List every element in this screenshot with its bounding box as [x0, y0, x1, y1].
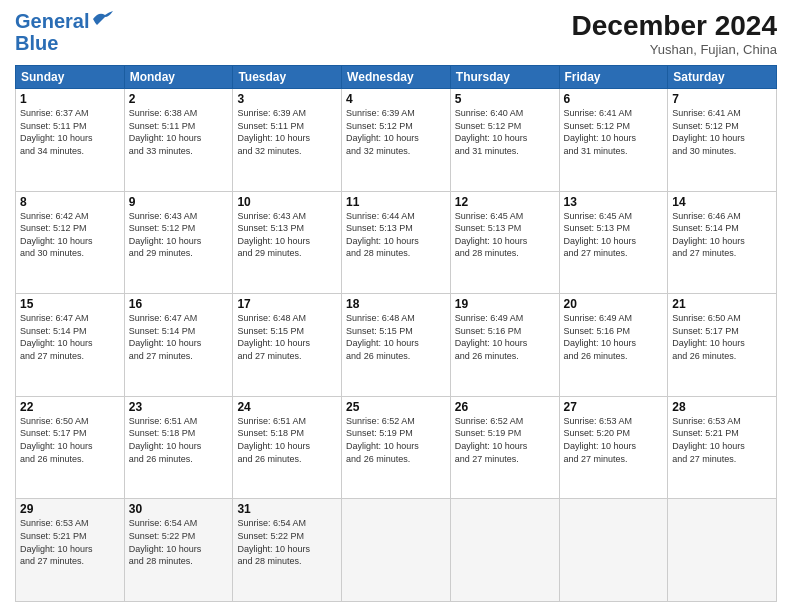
table-row-empty: [342, 499, 451, 602]
table-row: 27 Sunrise: 6:53 AMSunset: 5:20 PMDaylig…: [559, 396, 668, 499]
logo-general: General: [15, 10, 89, 32]
table-row: 7 Sunrise: 6:41 AMSunset: 5:12 PMDayligh…: [668, 89, 777, 192]
week-row-2: 8 Sunrise: 6:42 AMSunset: 5:12 PMDayligh…: [16, 191, 777, 294]
table-row: 10 Sunrise: 6:43 AMSunset: 5:13 PMDaylig…: [233, 191, 342, 294]
table-row: 23 Sunrise: 6:51 AMSunset: 5:18 PMDaylig…: [124, 396, 233, 499]
col-sunday: Sunday: [16, 66, 125, 89]
table-row: 9 Sunrise: 6:43 AMSunset: 5:12 PMDayligh…: [124, 191, 233, 294]
table-row-empty: [559, 499, 668, 602]
table-row: 28 Sunrise: 6:53 AMSunset: 5:21 PMDaylig…: [668, 396, 777, 499]
col-tuesday: Tuesday: [233, 66, 342, 89]
table-row: 24 Sunrise: 6:51 AMSunset: 5:18 PMDaylig…: [233, 396, 342, 499]
location-subtitle: Yushan, Fujian, China: [572, 42, 777, 57]
table-row: 22 Sunrise: 6:50 AMSunset: 5:17 PMDaylig…: [16, 396, 125, 499]
logo-blue: Blue: [15, 32, 58, 54]
col-monday: Monday: [124, 66, 233, 89]
calendar-header-row: Sunday Monday Tuesday Wednesday Thursday…: [16, 66, 777, 89]
table-row: 12 Sunrise: 6:45 AMSunset: 5:13 PMDaylig…: [450, 191, 559, 294]
table-row: 26 Sunrise: 6:52 AMSunset: 5:19 PMDaylig…: [450, 396, 559, 499]
table-row: 11 Sunrise: 6:44 AMSunset: 5:13 PMDaylig…: [342, 191, 451, 294]
table-row: 29 Sunrise: 6:53 AMSunset: 5:21 PMDaylig…: [16, 499, 125, 602]
month-title: December 2024: [572, 10, 777, 42]
page: General Blue December 2024 Yushan, Fujia…: [0, 0, 792, 612]
table-row: 30 Sunrise: 6:54 AMSunset: 5:22 PMDaylig…: [124, 499, 233, 602]
col-friday: Friday: [559, 66, 668, 89]
table-row: 25 Sunrise: 6:52 AMSunset: 5:19 PMDaylig…: [342, 396, 451, 499]
col-saturday: Saturday: [668, 66, 777, 89]
table-row: 5 Sunrise: 6:40 AMSunset: 5:12 PMDayligh…: [450, 89, 559, 192]
week-row-1: 1 Sunrise: 6:37 AMSunset: 5:11 PMDayligh…: [16, 89, 777, 192]
week-row-3: 15 Sunrise: 6:47 AMSunset: 5:14 PMDaylig…: [16, 294, 777, 397]
table-row-empty: [450, 499, 559, 602]
week-row-4: 22 Sunrise: 6:50 AMSunset: 5:17 PMDaylig…: [16, 396, 777, 499]
col-thursday: Thursday: [450, 66, 559, 89]
table-row: 15 Sunrise: 6:47 AMSunset: 5:14 PMDaylig…: [16, 294, 125, 397]
table-row: 31 Sunrise: 6:54 AMSunset: 5:22 PMDaylig…: [233, 499, 342, 602]
table-row: 8 Sunrise: 6:42 AMSunset: 5:12 PMDayligh…: [16, 191, 125, 294]
table-row: 20 Sunrise: 6:49 AMSunset: 5:16 PMDaylig…: [559, 294, 668, 397]
week-row-5: 29 Sunrise: 6:53 AMSunset: 5:21 PMDaylig…: [16, 499, 777, 602]
title-block: December 2024 Yushan, Fujian, China: [572, 10, 777, 57]
logo-bird-icon: [91, 11, 113, 27]
table-row: 19 Sunrise: 6:49 AMSunset: 5:16 PMDaylig…: [450, 294, 559, 397]
header: General Blue December 2024 Yushan, Fujia…: [15, 10, 777, 57]
table-row: 14 Sunrise: 6:46 AMSunset: 5:14 PMDaylig…: [668, 191, 777, 294]
table-row: 17 Sunrise: 6:48 AMSunset: 5:15 PMDaylig…: [233, 294, 342, 397]
col-wednesday: Wednesday: [342, 66, 451, 89]
table-row: 16 Sunrise: 6:47 AMSunset: 5:14 PMDaylig…: [124, 294, 233, 397]
table-row: 13 Sunrise: 6:45 AMSunset: 5:13 PMDaylig…: [559, 191, 668, 294]
table-row: 2 Sunrise: 6:38 AMSunset: 5:11 PMDayligh…: [124, 89, 233, 192]
table-row: 21 Sunrise: 6:50 AMSunset: 5:17 PMDaylig…: [668, 294, 777, 397]
calendar-table: Sunday Monday Tuesday Wednesday Thursday…: [15, 65, 777, 602]
table-row-empty: [668, 499, 777, 602]
table-row: 1 Sunrise: 6:37 AMSunset: 5:11 PMDayligh…: [16, 89, 125, 192]
logo: General Blue: [15, 10, 113, 54]
table-row: 4 Sunrise: 6:39 AMSunset: 5:12 PMDayligh…: [342, 89, 451, 192]
table-row: 3 Sunrise: 6:39 AMSunset: 5:11 PMDayligh…: [233, 89, 342, 192]
table-row: 6 Sunrise: 6:41 AMSunset: 5:12 PMDayligh…: [559, 89, 668, 192]
table-row: 18 Sunrise: 6:48 AMSunset: 5:15 PMDaylig…: [342, 294, 451, 397]
